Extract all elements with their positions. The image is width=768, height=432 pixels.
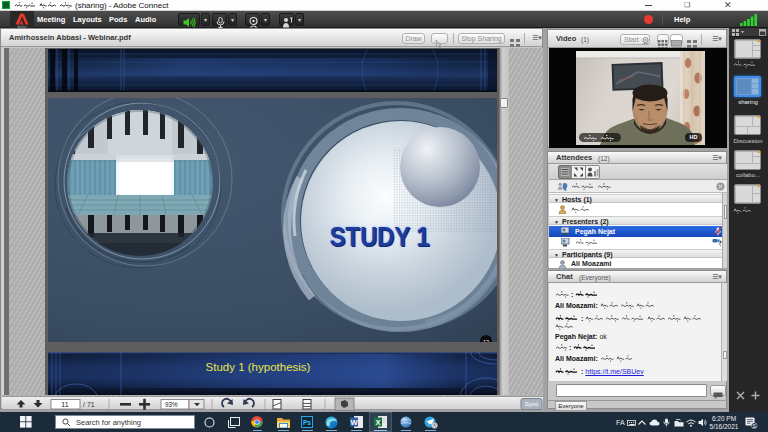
svg-text:X: X xyxy=(375,418,380,427)
svg-text:/ 71: / 71 xyxy=(83,401,95,408)
svg-text:Sync: Sync xyxy=(525,401,538,407)
svg-text:W: W xyxy=(350,418,358,427)
svg-text:S: S xyxy=(753,423,756,428)
svg-text:11: 11 xyxy=(61,401,68,408)
svg-text:STUDY 1: STUDY 1 xyxy=(330,222,430,252)
svg-text:93%: 93% xyxy=(165,401,178,408)
svg-text:12: 12 xyxy=(483,339,489,343)
